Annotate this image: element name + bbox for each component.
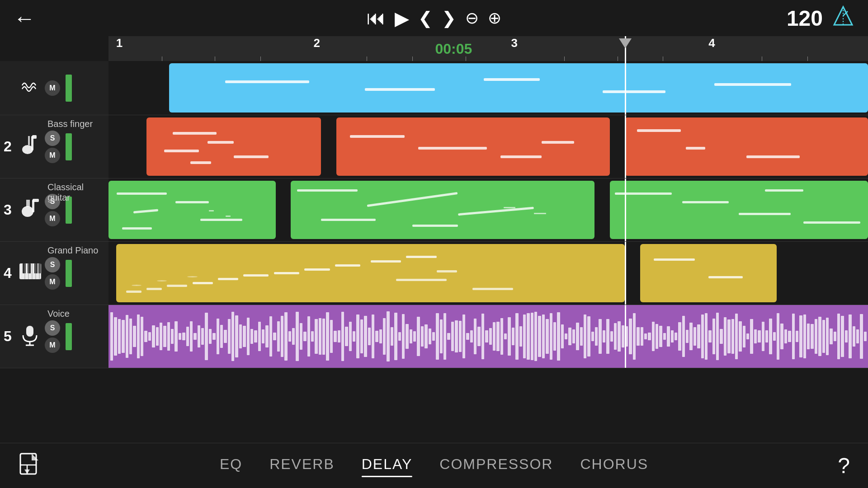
clip-block[interactable] xyxy=(108,305,868,368)
play-button[interactable]: ▶ xyxy=(395,7,409,29)
waveform-bar xyxy=(799,315,802,357)
clip-block[interactable] xyxy=(610,181,868,239)
clip-block[interactable] xyxy=(146,117,321,176)
waveform-bar xyxy=(129,319,132,354)
metronome-icon[interactable] xyxy=(832,5,854,32)
clip-block[interactable] xyxy=(116,244,625,302)
back-button[interactable]: ← xyxy=(14,6,35,31)
help-button[interactable]: ? xyxy=(838,453,850,478)
waveform-bar xyxy=(110,312,113,361)
mute-button-4[interactable]: M xyxy=(45,274,60,290)
waveform-bar xyxy=(231,312,234,361)
nav-reverb[interactable]: REVERB xyxy=(269,456,335,475)
zoom-in-button[interactable]: ⊕ xyxy=(488,9,501,28)
waveform-bar xyxy=(284,312,287,361)
waveform-bar xyxy=(856,329,859,344)
waveform-bar xyxy=(353,331,355,341)
volume-bar-5 xyxy=(66,323,72,350)
waveform-bar xyxy=(493,322,495,351)
track-icon-3 xyxy=(19,197,41,223)
waveform-bar xyxy=(198,325,200,347)
waveform-bar xyxy=(190,321,193,352)
waveform-bar xyxy=(845,330,848,343)
solo-button-2[interactable]: S xyxy=(45,131,60,146)
waveform-bar xyxy=(141,317,143,357)
track-info-1: M xyxy=(0,61,108,115)
mute-button-2[interactable]: M xyxy=(45,148,60,163)
waveform-bar xyxy=(485,330,488,343)
clip-block[interactable] xyxy=(336,117,610,176)
file-button[interactable] xyxy=(18,451,43,480)
waveform-bar xyxy=(402,314,405,359)
bottom-bar: EQ REVERB DELAY COMPRESSOR CHORUS ? xyxy=(0,443,868,488)
waveform-bar xyxy=(345,327,348,346)
clip-block[interactable] xyxy=(640,244,777,302)
waveform-bar xyxy=(364,316,367,357)
waveform-bar xyxy=(288,331,291,341)
track-number-4: 4 xyxy=(4,265,15,282)
waveform-bar xyxy=(379,329,382,343)
zoom-out-button[interactable]: ⊖ xyxy=(465,9,479,28)
waveform-bar xyxy=(780,324,783,349)
timeline-ruler: 1 2 3 4 00:05 xyxy=(0,36,868,61)
mute-button-5[interactable]: M xyxy=(45,338,60,353)
skip-back-button[interactable]: ⏮ xyxy=(367,7,386,29)
top-bar: ← ⏮ ▶ ❮ ❯ ⊖ ⊕ 120 xyxy=(0,0,868,36)
waveform-bar xyxy=(163,326,166,347)
track-info-4: 4 S xyxy=(0,242,108,305)
waveform-bar xyxy=(250,329,253,343)
waveform-bar xyxy=(603,330,605,343)
waveform-bar xyxy=(811,324,813,348)
waveform-bar xyxy=(383,318,386,354)
waveform-bar xyxy=(413,331,416,341)
waveform-bar xyxy=(311,331,314,342)
nav-eq[interactable]: EQ xyxy=(220,456,242,475)
mute-button-1[interactable]: M xyxy=(45,80,60,96)
waveform-bar xyxy=(561,324,564,349)
waveform-bar xyxy=(625,326,628,347)
volume-bar-4 xyxy=(66,260,72,287)
waveform-bar xyxy=(693,327,696,346)
waveform-bar xyxy=(281,316,283,357)
waveform-bar xyxy=(144,331,147,343)
playhead-triangle xyxy=(619,38,632,48)
clip-block[interactable] xyxy=(108,181,276,239)
clip-block[interactable] xyxy=(625,117,868,176)
waveform-bar xyxy=(568,328,571,345)
track-row: M xyxy=(0,61,868,115)
waveform-bar xyxy=(667,326,670,346)
nav-delay[interactable]: DELAY xyxy=(362,456,413,475)
step-back-button[interactable]: ❮ xyxy=(418,8,433,28)
waveform-bar xyxy=(663,333,666,339)
waveform-bar xyxy=(126,315,128,358)
waveform-bar xyxy=(550,313,552,359)
waveform-bar xyxy=(156,327,159,346)
waveform-bar xyxy=(527,313,529,359)
waveform-bar xyxy=(610,331,613,342)
waveform-bar xyxy=(489,328,492,345)
solo-button-4[interactable]: S xyxy=(45,257,60,272)
waveform-bar xyxy=(122,320,124,353)
track-content-4 xyxy=(108,242,868,305)
waveform-bar xyxy=(205,313,208,361)
waveform-bar xyxy=(765,330,768,343)
solo-button-5[interactable]: S xyxy=(45,320,60,336)
waveform-bar xyxy=(186,327,189,347)
track-number-3: 3 xyxy=(4,202,15,218)
waveform-bar xyxy=(137,314,140,359)
waveform-bar xyxy=(512,328,514,345)
waveform-bar xyxy=(587,316,590,357)
waveform-bar xyxy=(398,332,401,341)
clip-block[interactable] xyxy=(169,63,868,113)
waveform-bar xyxy=(675,333,677,340)
track-buttons-4: S M xyxy=(45,257,60,290)
step-forward-button[interactable]: ❯ xyxy=(442,8,456,28)
ruler-area[interactable]: 1 2 3 4 00:05 xyxy=(108,36,868,61)
clip-block[interactable] xyxy=(291,181,594,239)
mute-button-3[interactable]: M xyxy=(45,211,60,226)
track-name-3: Classical guitar xyxy=(47,182,108,203)
waveform-bar xyxy=(837,314,840,360)
nav-compressor[interactable]: COMPRESSOR xyxy=(439,456,553,475)
nav-chorus[interactable]: CHORUS xyxy=(580,456,648,475)
svg-rect-5 xyxy=(32,135,37,139)
